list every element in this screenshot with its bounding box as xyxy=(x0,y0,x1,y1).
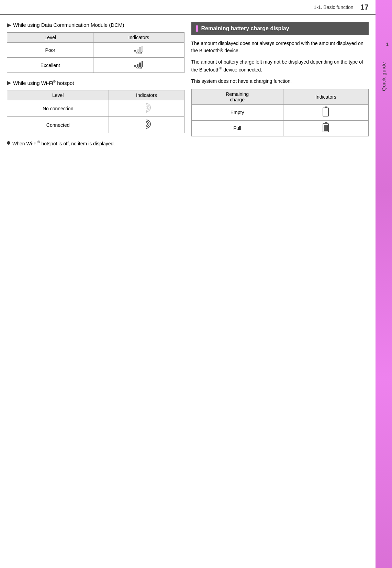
sidebar-number: 1 xyxy=(386,41,389,47)
accent-bar xyxy=(196,25,198,32)
wifi-table: Level Indicators No connection xyxy=(7,90,184,133)
battery-section-header: Remaining battery charge display xyxy=(191,22,369,35)
dcm-heading-text: While using Data Communication Module (D… xyxy=(13,22,124,28)
battery-empty-indicator xyxy=(283,104,368,120)
wifi-noconn-label: No connection xyxy=(7,100,109,117)
table-row: No connection xyxy=(7,100,184,117)
dcm-poor-indicator: DCM xyxy=(93,43,184,58)
dcm-heading: ▶ While using Data Communication Module … xyxy=(7,22,184,28)
dcm-col2-header: Indicators xyxy=(93,33,184,43)
table-row: Excellent DCM xyxy=(7,58,184,73)
dcm-excellent-indicator: DCM xyxy=(93,58,184,73)
wifi-note: When Wi-Fi® hotspot is off, no item is d… xyxy=(7,140,184,146)
battery-para1: The amount displayed does not always cor… xyxy=(191,40,369,54)
table-row: Connected xyxy=(7,117,184,133)
wifi-conn-indicator xyxy=(109,117,184,133)
wifi-heading: ▶ While using Wi-Fi® hotspot xyxy=(7,80,184,86)
dcm-excellent-label: Excellent xyxy=(7,58,93,73)
dcm-col1-header: Level xyxy=(7,33,93,43)
battery-para3: This system does not have a charging fun… xyxy=(191,78,369,85)
bullet-icon xyxy=(7,141,10,145)
dcm-poor-label: Poor xyxy=(7,43,93,58)
battery-empty-icon xyxy=(323,108,329,116)
wifi-col1-header: Level xyxy=(7,90,109,100)
page-header: 1-1. Basic function 17 xyxy=(0,0,376,15)
battery-full-label: Full xyxy=(191,120,283,136)
battery-empty-label: Empty xyxy=(191,104,283,120)
battery-para2: The amount of battery charge left may no… xyxy=(191,58,369,74)
wifi-heading-text: While using Wi-Fi® hotspot xyxy=(13,80,74,86)
table-row: Full xyxy=(191,120,369,136)
battery-full-icon xyxy=(323,123,329,132)
wifi-note-text: When Wi-Fi® hotspot is off, no item is d… xyxy=(12,140,115,146)
battery-section-title: Remaining battery charge display xyxy=(201,25,289,32)
left-column: ▶ While using Data Communication Module … xyxy=(7,22,184,146)
battery-full-indicator xyxy=(283,120,368,136)
right-column: Remaining battery charge display The amo… xyxy=(191,22,369,146)
wifi-col2-header: Indicators xyxy=(109,90,184,100)
remaining-col1-header: Remainingcharge xyxy=(191,89,283,104)
wifi-conn-label: Connected xyxy=(7,117,109,133)
arrow-bullet-dcm: ▶ xyxy=(7,22,11,28)
arrow-bullet-wifi: ▶ xyxy=(7,80,11,86)
remaining-table: Remainingcharge Indicators Empty Full xyxy=(191,89,369,136)
page-number: 17 xyxy=(360,3,369,12)
section-label: 1-1. Basic function xyxy=(314,4,353,10)
table-row: Poor DCM xyxy=(7,43,184,58)
sidebar-label: Quick guide xyxy=(381,62,387,91)
table-row: Empty xyxy=(191,104,369,120)
remaining-col2-header: Indicators xyxy=(283,89,368,104)
sidebar-tab: 1 Quick guide xyxy=(376,0,392,568)
main-content: 1-1. Basic function 17 ▶ While using Dat… xyxy=(0,0,376,153)
wifi-noconn-indicator xyxy=(109,100,184,117)
dcm-table: Level Indicators Poor xyxy=(7,32,184,73)
